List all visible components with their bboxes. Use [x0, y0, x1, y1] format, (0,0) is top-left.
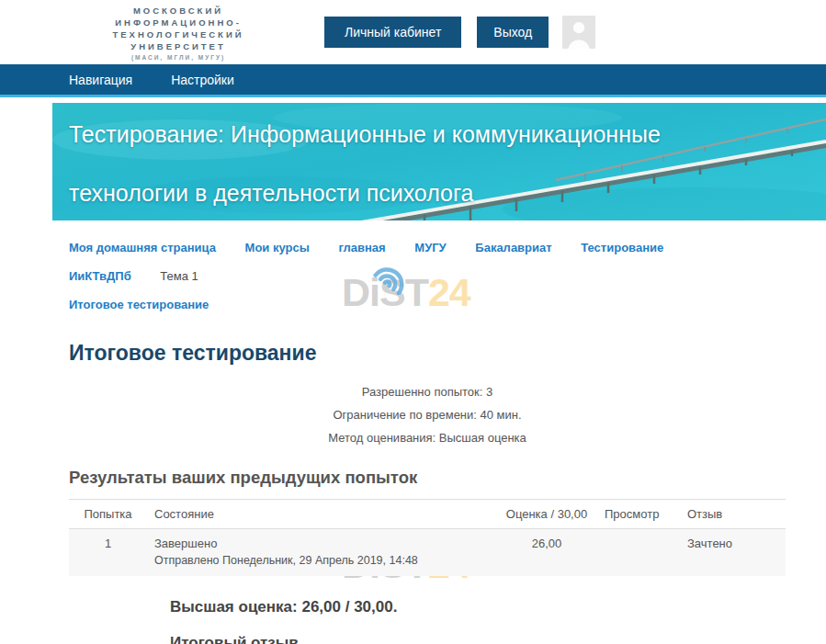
logo-line-3: УНИВЕРСИТЕТ: [69, 40, 288, 52]
breadcrumb-my-courses[interactable]: Мои курсы: [245, 233, 310, 262]
quiz-time-limit: Ограничение по времени: 40 мин.: [69, 403, 786, 426]
breadcrumb-mugu[interactable]: МУГУ: [414, 233, 446, 262]
page-title: Тестирование: Информационные и коммуника…: [52, 103, 826, 220]
top-header: МОСКОВСКИЙ ИНФОРМАЦИОННО-ТЕХНОЛОГИЧЕСКИЙ…: [0, 0, 826, 64]
col-header-attempt: Попытка: [69, 500, 147, 529]
cell-review: [597, 529, 680, 577]
person-icon: [562, 16, 595, 49]
col-header-grade: Оценка / 30,00: [496, 500, 597, 529]
logo-line-4: (МАСИ, МГЛИ, МУГУ): [69, 54, 288, 61]
state-submitted-date: Отправлено Понедельник, 29 Апрель 2019, …: [154, 554, 489, 567]
logout-button[interactable]: Выход: [477, 17, 549, 48]
table-row: 1 Завершено Отправлено Понедельник, 29 А…: [69, 529, 786, 577]
page: МОСКОВСКИЙ ИНФОРМАЦИОННО-ТЕХНОЛОГИЧЕСКИЙ…: [0, 0, 826, 644]
cell-feedback: Зачтено: [680, 529, 786, 577]
col-header-feedback: Отзыв: [680, 500, 786, 529]
quiz-attempts-allowed: Разрешенно попыток: 3: [69, 380, 786, 403]
cell-state: Завершено Отправлено Понедельник, 29 Апр…: [147, 529, 496, 577]
breadcrumb-my-home[interactable]: Моя домашняя страница: [69, 233, 216, 262]
col-header-review: Просмотр: [597, 500, 680, 529]
col-header-state: Состояние: [147, 500, 496, 529]
logo-line-2: ИНФОРМАЦИОННО-ТЕХНОЛОГИЧЕСКИЙ: [69, 17, 288, 40]
quiz-info: Разрешенно попыток: 3 Ограничение по вре…: [69, 380, 786, 449]
breadcrumb-course[interactable]: ИиКТвДПб: [69, 262, 131, 290]
quiz-grading-method: Метод оценивания: Высшая оценка: [69, 426, 786, 449]
state-label: Завершено: [154, 537, 489, 550]
breadcrumb-testing[interactable]: Тестирование: [581, 233, 663, 262]
user-avatar[interactable]: [562, 16, 595, 49]
personal-cabinet-button[interactable]: Личный кабинет: [324, 17, 461, 48]
breadcrumb-final-test[interactable]: Итоговое тестирование: [69, 290, 209, 319]
nav-item-navigation[interactable]: Навигация: [69, 73, 132, 87]
course-banner: Тестирование: Информационные и коммуника…: [52, 103, 826, 220]
breadcrumb: Моя домашняя страница Мои курсы главная …: [69, 233, 712, 319]
quiz-title: Итоговое тестирование: [69, 341, 786, 366]
breadcrumb-main[interactable]: главная: [338, 233, 385, 262]
final-feedback-heading: Итоговый отзыв: [170, 634, 786, 644]
attempts-table: Попытка Состояние Оценка / 30,00 Просмот…: [69, 499, 786, 576]
results-heading: Результаты ваших предыдущих попыток: [69, 468, 786, 488]
main-navbar: Навигация Настройки: [0, 64, 826, 97]
breadcrumb-topic: Тема 1: [160, 262, 198, 290]
university-logo: МОСКОВСКИЙ ИНФОРМАЦИОННО-ТЕХНОЛОГИЧЕСКИЙ…: [69, 5, 288, 61]
cell-attempt-number: 1: [69, 529, 147, 577]
nav-item-settings[interactable]: Настройки: [171, 73, 234, 87]
logo-line-1: МОСКОВСКИЙ: [69, 5, 288, 17]
attempts-table-head: Попытка Состояние Оценка / 30,00 Просмот…: [69, 500, 786, 529]
cell-grade: 26,00: [496, 529, 597, 577]
main-content: Итоговое тестирование Разрешенно попыток…: [0, 341, 786, 644]
breadcrumb-bachelor[interactable]: Бакалавриат: [475, 233, 551, 262]
best-grade-text: Высшая оценка: 26,00 / 30,00.: [170, 598, 786, 616]
